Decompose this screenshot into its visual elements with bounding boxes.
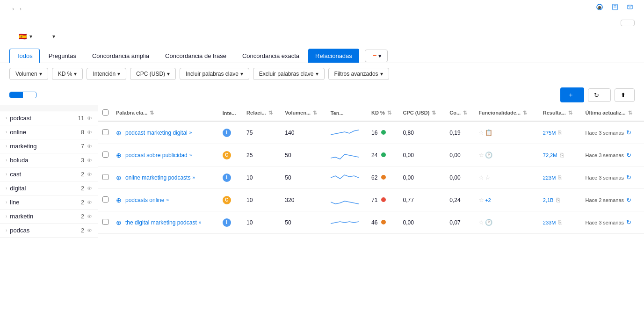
filter-intencion[interactable]: Intención ▾ [87,68,126,80]
row-checkbox[interactable] [102,152,109,158]
th-related[interactable]: Relaci... ⇅ [243,105,281,121]
results-link[interactable]: 72,2M [543,152,557,158]
clock-icon[interactable]: 🕐 [485,219,492,226]
add-keyword-icon[interactable]: ⊕ [116,174,122,181]
row-checkbox[interactable] [102,129,109,135]
star2-icon[interactable]: ☆ [485,174,491,181]
update-metrics-button[interactable]: ↻ [588,88,611,102]
refresh-icon[interactable]: ↻ [626,129,631,136]
th-kd[interactable]: KD % ⇅ [368,105,399,121]
visibility-icon[interactable]: 👁 [87,200,92,205]
clock-icon[interactable]: 🕐 [485,152,492,159]
visibility-icon[interactable]: 👁 [87,158,92,163]
keyword-link[interactable]: podcast sobre publicidad [125,152,188,159]
expand-icon[interactable]: » [192,175,195,180]
visibility-icon[interactable]: 👁 [87,130,92,135]
add-to-list-button[interactable]: ＋ [560,87,584,102]
filter-incluir[interactable]: Incluir palabras clave ▾ [180,68,249,80]
keyword-link[interactable]: podcast marketing digital [125,130,188,136]
star-icon[interactable]: ☆ [478,196,484,203]
tab-concordancia-amplia[interactable]: Concordancia amplia [85,49,156,63]
refresh-icon[interactable]: ↻ [626,219,631,226]
filter-avanzados[interactable]: Filtros avanzados ▾ [328,68,389,80]
sidebar-item-boluda[interactable]: › boluda 3 👁 [0,153,98,167]
sidebar-item-digital[interactable]: › digital 2 👁 [0,181,98,195]
star-icon[interactable]: ☆ [478,219,484,226]
sidebar-item-podcast[interactable]: › podcast 11 👁 [0,111,98,125]
volume-cell: 320 [281,189,326,211]
visibility-icon[interactable]: 👁 [87,228,92,233]
th-volume[interactable]: Volumen... ⇅ [281,105,326,121]
th-cpc[interactable]: CPC (USD) ⇅ [399,105,446,121]
sort-by-number[interactable] [10,92,23,98]
row-checkbox[interactable] [102,219,109,225]
th-results[interactable]: Resulta... ⇅ [539,105,582,121]
cpc-cell: 0,00 [399,211,446,234]
tab-concordancia-frase[interactable]: Concordancia de frase [158,49,233,63]
th-features[interactable]: Funcionalidade... ⇅ [475,105,539,121]
tab-todos[interactable]: Todos [9,49,40,63]
filter-excluir[interactable]: Excluir palabras clave ▾ [253,68,325,80]
star-icon[interactable]: ☆ [478,174,484,181]
th-updated[interactable]: Última actualiz... ⇅ [581,105,644,121]
expand-icon[interactable]: » [166,197,169,202]
row-checkbox[interactable] [102,174,109,180]
tab-concordancia-exacta[interactable]: Concordancia exacta [235,49,306,63]
add-keyword-icon[interactable]: ⊕ [116,152,122,159]
th-intent: Inte... [219,105,243,121]
keyword-link[interactable]: the digital marketing podcast [125,219,197,226]
keyword-link[interactable]: podcasts online [125,197,164,203]
add-keyword-icon[interactable]: ⊕ [116,129,122,137]
sidebar-item-online[interactable]: › online 8 👁 [0,125,98,139]
tab-preguntas[interactable]: Preguntas [42,49,83,63]
select-all-checkbox[interactable] [102,109,109,116]
results-link[interactable]: 275M [543,130,556,136]
plus-count[interactable]: +2 [485,197,491,203]
visibility-icon[interactable]: 👁 [87,144,92,149]
keyword-link[interactable]: online marketing podcasts [125,174,190,181]
db-dropdown[interactable]: 🇪🇸 ▾ [19,33,32,40]
clipboard-icon[interactable]: 📋 [485,129,492,136]
visibility-icon[interactable]: 👁 [87,214,92,219]
currency-dropdown[interactable]: ▾ [51,33,55,40]
manual-link[interactable] [612,4,620,10]
filter-kd[interactable]: KD % ▾ [52,68,83,80]
enviar-link[interactable] [627,4,635,10]
history-button[interactable] [621,20,635,26]
filter-cpc[interactable]: CPC (USD) ▾ [130,68,176,80]
filter-volumen[interactable]: Volumen ▾ [9,68,48,80]
export-button[interactable]: ⬆ [615,88,635,102]
expand-icon[interactable]: » [189,130,192,135]
row-checkbox[interactable] [102,196,109,202]
star-icon[interactable]: ☆ [478,152,484,159]
trend-chart [331,149,359,160]
tab-idiomas[interactable]: ▾ [365,50,388,62]
results-link[interactable]: 233M [543,220,556,225]
refresh-icon[interactable]: ↻ [626,174,631,181]
tab-relacionadas[interactable]: Relacionadas [308,49,359,63]
sidebar-item-cast[interactable]: › cast 2 👁 [0,167,98,181]
refresh-icon[interactable]: ↻ [626,152,631,159]
feature-icons: ☆+2 [478,196,535,203]
kd-dot [381,197,386,202]
visibility-icon[interactable]: 👁 [87,186,92,191]
th-keyword[interactable]: Palabra cla... ⇅ [112,105,219,121]
intent-badge: C [223,196,231,204]
expand-icon[interactable]: » [189,152,192,158]
sidebar-item-marketin[interactable]: › marketin 2 👁 [0,210,98,224]
add-keyword-icon[interactable]: ⊕ [116,219,122,226]
sidebar-item-line[interactable]: › line 2 👁 [0,195,98,210]
refresh-icon[interactable]: ↻ [626,196,631,203]
add-keyword-icon[interactable]: ⊕ [116,196,122,204]
th-com[interactable]: Co... ⇅ [446,105,475,121]
results-link[interactable]: 2,1B [543,197,554,203]
curso-link[interactable]: 🎓 [596,4,605,10]
sort-by-volume[interactable] [23,92,36,98]
visibility-icon[interactable]: 👁 [87,116,92,121]
sidebar-item-podcas[interactable]: › podcas 2 👁 [0,224,98,238]
visibility-icon[interactable]: 👁 [87,172,92,177]
expand-icon[interactable]: » [199,220,202,225]
results-link[interactable]: 223M [543,175,556,181]
sidebar-item-marketing[interactable]: › marketing 7 👁 [0,139,98,153]
star-icon[interactable]: ☆ [478,129,484,136]
